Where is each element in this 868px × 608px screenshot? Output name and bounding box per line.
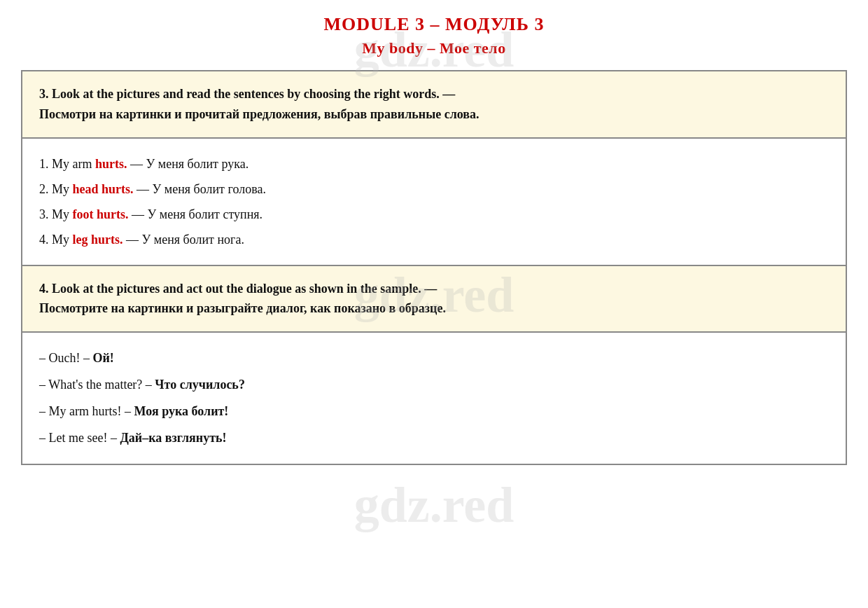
section3-instruction: 3. Look at the pictures and read the sen… <box>22 71 846 139</box>
sentence-2: 2. My head hurts. — У меня болит голова. <box>39 177 829 202</box>
section3-instruction-en: 3. Look at the pictures and read the sen… <box>39 84 829 125</box>
sentence-1: 1. My arm hurts. — У меня болит рука. <box>39 151 829 177</box>
sentence-4: 4. My leg hurts. — У меня болит нога. <box>39 227 829 252</box>
sentence-3: 3. My foot hurts. — У меня болит ступня. <box>39 202 829 227</box>
module-subtitle: My body – Мое тело <box>21 39 847 57</box>
page-header: MODULE 3 – МОДУЛЬ 3 My body – Мое тело <box>21 14 847 57</box>
section3-content: 1. My arm hurts. — У меня болит рука. 2.… <box>22 139 846 266</box>
section4-instruction: 4. Look at the pictures and act out the … <box>22 266 846 333</box>
sentence-list: 1. My arm hurts. — У меня болит рука. 2.… <box>39 151 829 252</box>
content-area: 3. Look at the pictures and read the sen… <box>21 70 847 465</box>
dialogue-line-3: – My arm hurts! – Моя рука болит! <box>39 399 829 425</box>
section4-instruction-en: 4. Look at the pictures and act out the … <box>39 279 829 319</box>
dialogue-line-4: – Let me see! – Дай–ка взглянуть! <box>39 425 829 452</box>
section4-content: – Ouch! – Ой! – What's the matter? – Что… <box>22 333 846 464</box>
watermark-bottom: gdz.red <box>354 476 514 534</box>
dialogue-line-2: – What's the matter? – Что случилось? <box>39 372 829 399</box>
module-title: MODULE 3 – МОДУЛЬ 3 <box>21 14 847 35</box>
dialogue-line-1: – Ouch! – Ой! <box>39 345 829 372</box>
dialogue-list: – Ouch! – Ой! – What's the matter? – Что… <box>39 345 829 451</box>
